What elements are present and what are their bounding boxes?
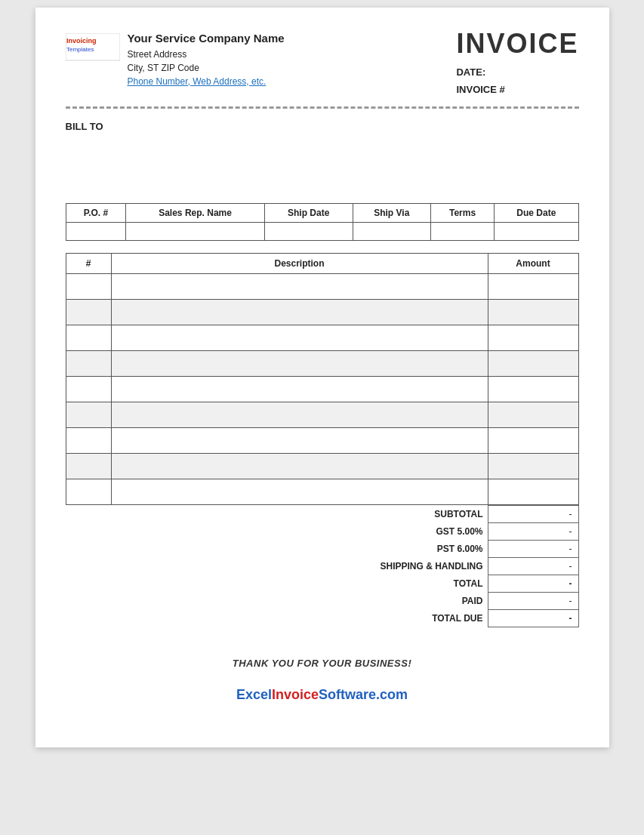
bill-to-content[interactable] (66, 135, 579, 180)
col-po: P.O. # (66, 203, 126, 222)
invoice-title: INVOICE (456, 30, 578, 57)
pst-row: PST 6.00% - (322, 540, 579, 557)
col-due-date: Due Date (495, 203, 578, 222)
col-amount: Amount (488, 253, 578, 273)
table-row (66, 479, 578, 504)
item-amount-2[interactable] (488, 299, 578, 325)
shipping-row: SHIPPING & HANDLING - (322, 557, 579, 575)
col-description: Description (111, 253, 488, 273)
item-num-7[interactable] (66, 427, 111, 453)
items-table: # Description Amount (66, 253, 579, 505)
item-num-9[interactable] (66, 479, 111, 504)
summary-section: SUBTOTAL - GST 5.00% - PST 6.00% - SHIPP… (66, 505, 579, 627)
item-amount-9[interactable] (488, 479, 578, 504)
sales-rep-value[interactable] (126, 222, 264, 240)
item-desc-9[interactable] (111, 479, 488, 504)
item-desc-6[interactable] (111, 402, 488, 427)
total-due-value[interactable]: - (488, 609, 578, 627)
subtotal-row: SUBTOTAL - (322, 505, 579, 522)
header-divider (66, 106, 579, 109)
company-section: Invoicing Templates Your Service Company… (66, 30, 285, 88)
due-date-value[interactable] (495, 222, 578, 240)
pst-label: PST 6.00% (322, 540, 488, 557)
col-terms: Terms (430, 203, 494, 222)
logo: Invoicing Templates (66, 33, 120, 60)
gst-value[interactable]: - (488, 522, 578, 540)
item-desc-5[interactable] (111, 376, 488, 402)
pst-value[interactable]: - (488, 540, 578, 557)
subtotal-value[interactable]: - (488, 505, 578, 522)
company-name: Your Service Company Name (128, 30, 285, 48)
item-amount-5[interactable] (488, 376, 578, 402)
item-amount-3[interactable] (488, 325, 578, 350)
ship-date-value[interactable] (264, 222, 353, 240)
table-row (66, 325, 578, 350)
footer-invoice: Invoice (272, 687, 319, 702)
paid-value[interactable]: - (488, 592, 578, 609)
col-ship-via: Ship Via (353, 203, 430, 222)
subtotal-label: SUBTOTAL (322, 505, 488, 522)
contact-link[interactable]: Phone Number, Web Address, etc. (128, 76, 267, 87)
info-table: P.O. # Sales Rep. Name Ship Date Ship Vi… (66, 203, 579, 241)
item-amount-6[interactable] (488, 402, 578, 427)
table-row (66, 299, 578, 325)
item-num-3[interactable] (66, 325, 111, 350)
table-row (66, 273, 578, 299)
invoice-title-section: INVOICE DATE: INVOICE # (456, 30, 578, 99)
item-num-8[interactable] (66, 453, 111, 479)
svg-text:Templates: Templates (66, 46, 94, 53)
item-amount-4[interactable] (488, 350, 578, 376)
gst-row: GST 5.00% - (322, 522, 579, 540)
shipping-label: SHIPPING & HANDLING (322, 557, 488, 575)
item-num-6[interactable] (66, 402, 111, 427)
paid-label: PAID (322, 592, 488, 609)
total-value[interactable]: - (488, 575, 578, 592)
col-num: # (66, 253, 111, 273)
invoice-meta: DATE: INVOICE # (456, 63, 578, 99)
ship-via-value[interactable] (353, 222, 430, 240)
footer-excel: Excel (236, 687, 272, 702)
po-value[interactable] (66, 222, 126, 240)
table-row (66, 453, 578, 479)
date-label: DATE: (456, 63, 578, 81)
shipping-value[interactable]: - (488, 557, 578, 575)
item-desc-1[interactable] (111, 273, 488, 299)
info-row (66, 222, 578, 240)
terms-value[interactable] (430, 222, 494, 240)
company-info: Your Service Company Name Street Address… (128, 30, 285, 88)
item-amount-7[interactable] (488, 427, 578, 453)
item-desc-2[interactable] (111, 299, 488, 325)
paid-row: PAID - (322, 592, 579, 609)
item-num-5[interactable] (66, 376, 111, 402)
col-ship-date: Ship Date (264, 203, 353, 222)
table-row (66, 427, 578, 453)
item-num-4[interactable] (66, 350, 111, 376)
city-state-zip: City, ST ZIP Code (128, 61, 285, 75)
street-address: Street Address (128, 48, 285, 61)
total-label: TOTAL (322, 575, 488, 592)
footer-watermark: ExcelInvoiceSoftware.com (66, 687, 579, 703)
invoice-header: Invoicing Templates Your Service Company… (66, 30, 579, 99)
item-desc-7[interactable] (111, 427, 488, 453)
footer-software: Software.com (319, 687, 408, 702)
item-desc-4[interactable] (111, 350, 488, 376)
invoice-page: Invoicing Templates Your Service Company… (35, 8, 609, 747)
summary-table: SUBTOTAL - GST 5.00% - PST 6.00% - SHIPP… (322, 505, 579, 627)
total-due-label: TOTAL DUE (322, 609, 488, 627)
svg-text:Invoicing: Invoicing (66, 37, 97, 45)
invoice-num-label: INVOICE # (456, 81, 578, 98)
total-due-row: TOTAL DUE - (322, 609, 579, 627)
item-desc-3[interactable] (111, 325, 488, 350)
thank-you-message: THANK YOU FOR YOUR BUSINESS! (66, 658, 579, 669)
gst-label: GST 5.00% (322, 522, 488, 540)
table-row (66, 350, 578, 376)
item-num-1[interactable] (66, 273, 111, 299)
table-row (66, 402, 578, 427)
total-row: TOTAL - (322, 575, 579, 592)
item-amount-8[interactable] (488, 453, 578, 479)
item-amount-1[interactable] (488, 273, 578, 299)
bill-to-label: BILL TO (66, 121, 579, 132)
item-desc-8[interactable] (111, 453, 488, 479)
item-num-2[interactable] (66, 299, 111, 325)
bill-to-section: BILL TO (66, 121, 579, 180)
